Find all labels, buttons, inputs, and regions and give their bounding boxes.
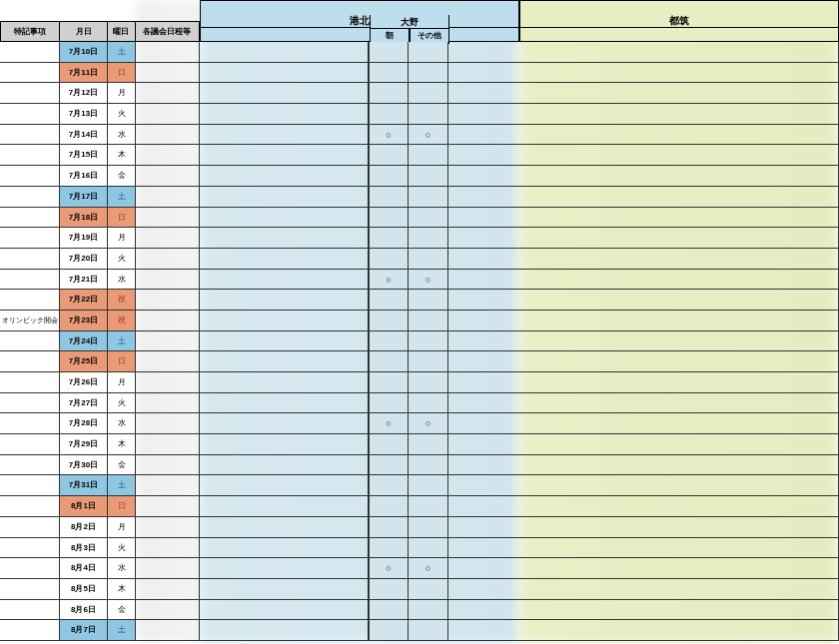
cell-dow: 土 (108, 331, 136, 351)
cell-rightgap (448, 290, 839, 310)
cell-date: 7月23日 (60, 311, 108, 330)
cell-other (409, 434, 448, 454)
cell-sched (136, 228, 200, 248)
cell-other (409, 249, 448, 269)
cell-dow: 木 (108, 145, 136, 165)
cell-other (409, 455, 448, 475)
cell-note (0, 187, 60, 207)
table-row: 7月16日金 (0, 166, 839, 187)
table-row: 7月18日日 (0, 208, 839, 229)
cell-note (0, 270, 60, 290)
region-tsuzuki: 都筑 (519, 0, 839, 42)
cell-gap (200, 434, 369, 454)
table-row: 7月25日日 (0, 351, 839, 372)
cell-morning (369, 475, 409, 495)
table-row: 7月20日火 (0, 249, 839, 270)
cell-sched (136, 331, 200, 351)
cell-date: 7月13日 (60, 104, 108, 124)
cell-note (0, 434, 60, 454)
cell-sched (136, 434, 200, 454)
cell-gap (200, 166, 369, 186)
cell-dow: 日 (108, 208, 136, 228)
cell-sched (136, 517, 200, 537)
cell-morning (369, 331, 409, 351)
cell-gap (200, 413, 369, 433)
cell-dow: 土 (108, 620, 136, 640)
cell-gap (200, 83, 369, 103)
cell-other (409, 208, 448, 228)
cell-date: 7月20日 (60, 249, 108, 269)
cell-note (0, 496, 60, 516)
table-row: 7月21日水○○ (0, 270, 839, 291)
cell-other: ○ (409, 558, 448, 578)
cell-gap (200, 372, 369, 392)
cell-morning: ○ (369, 413, 409, 433)
cell-morning (369, 455, 409, 475)
cell-rightgap (448, 372, 839, 392)
cell-morning (369, 311, 409, 330)
cell-note (0, 249, 60, 269)
cell-dow: 金 (108, 166, 136, 186)
table-row: 8月5日木 (0, 579, 839, 600)
cell-sched (136, 393, 200, 413)
cell-morning: ○ (369, 558, 409, 578)
cell-note (0, 517, 60, 537)
cell-morning (369, 517, 409, 537)
cell-date: 7月25日 (60, 351, 108, 371)
cell-gap (200, 475, 369, 495)
cell-rightgap (448, 620, 839, 640)
cell-note (0, 208, 60, 228)
cell-date: 7月22日 (60, 290, 108, 310)
cell-gap (200, 104, 369, 124)
cell-sched (136, 145, 200, 165)
cell-morning (369, 290, 409, 310)
cell-other (409, 187, 448, 207)
cell-date: 8月5日 (60, 579, 108, 599)
cell-gap (200, 558, 369, 578)
table-row: 7月31日土 (0, 475, 839, 496)
cell-gap (200, 187, 369, 207)
cell-note (0, 145, 60, 165)
table-row: 8月1日日 (0, 496, 839, 517)
cell-other: ○ (409, 413, 448, 433)
cell-dow: 水 (108, 270, 136, 290)
cell-dow: 日 (108, 351, 136, 371)
cell-note (0, 372, 60, 392)
hdr-note: 特記事項 (1, 22, 60, 41)
cell-dow: 日 (108, 496, 136, 516)
cell-dow: 金 (108, 455, 136, 475)
cell-morning (369, 228, 409, 248)
cell-other (409, 496, 448, 516)
hdr-dow: 曜日 (108, 22, 136, 41)
table-row: 8月2日月 (0, 517, 839, 538)
cell-rightgap (448, 517, 839, 537)
cell-note (0, 393, 60, 413)
cell-rightgap (448, 228, 839, 248)
cell-note (0, 290, 60, 310)
left-header-row: 特記事項 月日 曜日 各議会日程等 (0, 21, 200, 42)
cell-dow: 火 (108, 104, 136, 124)
cell-date: 7月11日 (60, 63, 108, 83)
cell-date: 7月17日 (60, 187, 108, 207)
cell-morning (369, 83, 409, 103)
table-row: 7月26日月 (0, 372, 839, 393)
cell-rightgap (448, 187, 839, 207)
cell-date: 7月27日 (60, 393, 108, 413)
cell-rightgap (448, 413, 839, 433)
region-tsuzuki-title: 都筑 (520, 14, 838, 28)
cell-other (409, 166, 448, 186)
cell-date: 7月21日 (60, 270, 108, 290)
cell-sched (136, 249, 200, 269)
cell-rightgap (448, 434, 839, 454)
table-row: オリンピック開会7月23日祝 (0, 311, 839, 331)
cell-sched (136, 63, 200, 83)
cell-sched (136, 579, 200, 599)
cell-date: 7月24日 (60, 331, 108, 351)
cell-other: ○ (409, 270, 448, 290)
table-row: 7月12日月 (0, 83, 839, 104)
cell-rightgap (448, 145, 839, 165)
cell-gap (200, 496, 369, 516)
cell-dow: 水 (108, 413, 136, 433)
cell-rightgap (448, 600, 839, 620)
cell-other (409, 228, 448, 248)
